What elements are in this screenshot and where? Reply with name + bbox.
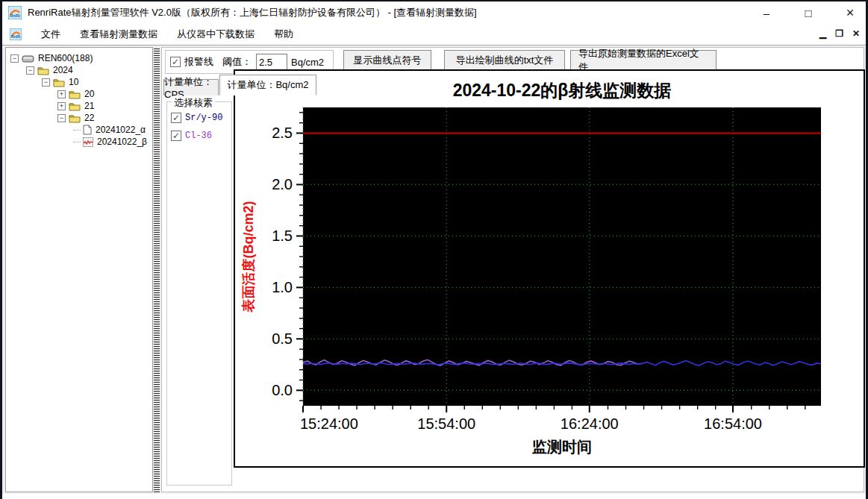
device-icon	[22, 54, 34, 63]
chart-panel: 0.00.51.01.52.02.515:24:0015:54:0016:24:…	[234, 69, 865, 468]
tree-node-20241022-β[interactable]: 20241022_β	[6, 136, 152, 148]
folder-icon	[69, 101, 81, 111]
x-tick-label: 16:24:00	[561, 415, 619, 432]
folder-icon	[37, 66, 49, 75]
tree-node-label: 20241022_α	[96, 125, 146, 135]
title-bar: RnRi RenriRate辐射剂量管理软件 V2.0版（版权所有：上海仁日辐射…	[2, 1, 866, 24]
export-txt-button[interactable]: 导出绘制曲线的txt文件	[444, 50, 565, 71]
tree-collapse-icon[interactable]: −	[10, 54, 19, 63]
x-axis-title: 监测时间	[532, 439, 592, 455]
tree-collapse-icon[interactable]: −	[26, 66, 34, 75]
plot-area	[303, 107, 821, 406]
tree-collapse-icon[interactable]: −	[57, 114, 66, 122]
show-curve-symbols-button[interactable]: 显示曲线点符号	[343, 50, 431, 71]
y-tick-label: 1.5	[272, 227, 293, 244]
menu-item-help[interactable]: 帮助	[274, 28, 293, 41]
minimize-button[interactable]: –	[758, 7, 775, 19]
tree-node-label: 20241022_β	[97, 136, 147, 147]
nuclide-group-title: 选择核素	[172, 96, 215, 110]
mdi-restore-button[interactable]: ❐	[835, 28, 843, 39]
folder-icon	[53, 78, 65, 87]
svg-text:RnRi: RnRi	[11, 34, 21, 39]
svg-text:RnRi: RnRi	[10, 13, 20, 18]
folder-icon	[69, 113, 81, 123]
mdi-child-icon: RnRi	[10, 28, 22, 40]
splitter-handle[interactable]	[154, 47, 160, 492]
tab-unit-cps[interactable]: 计量单位：CPS	[163, 79, 219, 95]
tree-connector	[73, 142, 81, 142]
tree-collapse-icon[interactable]: −	[42, 78, 50, 87]
nuclide-group: 选择核素 ✓ Sr/y-90 ✓ Cl-36	[166, 101, 232, 486]
device-tree-panel: −REN600(188)−2024−10+20+21−2220241022_α2…	[5, 47, 153, 492]
y-tick-label: 2.0	[272, 176, 293, 192]
tree-node-label: REN600(188)	[38, 53, 93, 63]
y-tick-label: 1.0	[272, 279, 293, 295]
alarm-line-label: 报警线	[184, 55, 213, 69]
y-tick-label: 0.0	[272, 382, 293, 398]
threshold-label: 阈值：	[222, 55, 252, 69]
x-tick-label: 16:54:00	[704, 415, 762, 432]
y-axis-title: 表面活度(Bq/cm2)	[241, 201, 256, 313]
tree-node-20[interactable]: +20	[6, 88, 152, 100]
menu-bar: RnRi 文件 查看辐射测量数据 从仪器中下载数据 帮助	[2, 24, 866, 45]
threshold-unit-label: Bq/cm2	[291, 57, 324, 68]
threshold-input[interactable]	[256, 54, 287, 70]
tree-node-label: 20	[84, 89, 94, 99]
nuclide-checkbox-cl36[interactable]: ✓	[171, 131, 181, 141]
tree-connector	[73, 130, 81, 131]
tree-node-ren600-188-[interactable]: −REN600(188)	[6, 52, 152, 64]
tree-node-21[interactable]: +21	[6, 100, 152, 112]
app-window: RnRi RenriRate辐射剂量管理软件 V2.0版（版权所有：上海仁日辐射…	[0, 0, 868, 499]
chart-icon	[83, 137, 93, 147]
nuclide-label-sr90: Sr/y-90	[185, 113, 222, 123]
y-tick-label: 2.5	[272, 125, 293, 141]
beta-monitoring-chart: 0.00.51.01.52.02.515:24:0015:54:0016:24:…	[235, 71, 864, 466]
tree-expand-icon[interactable]: +	[57, 102, 66, 110]
x-tick-label: 15:24:00	[300, 415, 358, 432]
nuclide-row-cl36: ✓ Cl-36	[171, 131, 231, 141]
client-area: −REN600(188)−2024−10+20+21−2220241022_α2…	[2, 45, 866, 494]
mdi-minimize-button[interactable]: ▁	[819, 28, 826, 39]
measurement-view-panel: ✓ 报警线 阈值： Bq/cm2 显示曲线点符号 导出绘制曲线的txt文件 导出…	[161, 47, 864, 492]
folder-icon	[69, 90, 81, 99]
tree-node-20241022-α[interactable]: 20241022_α	[6, 124, 152, 136]
menu-item-file[interactable]: 文件	[41, 28, 60, 41]
menu-item-view-data[interactable]: 查看辐射测量数据	[80, 28, 157, 41]
x-tick-label: 15:54:00	[417, 415, 475, 432]
tree-expand-icon[interactable]: +	[57, 90, 66, 98]
nuclide-checkbox-sr90[interactable]: ✓	[171, 113, 181, 123]
nuclide-row-sr90: ✓ Sr/y-90	[171, 113, 231, 123]
doc-icon	[83, 125, 92, 135]
maximize-button[interactable]: □	[800, 7, 817, 19]
alarm-line-checkbox[interactable]: ✓	[170, 57, 181, 67]
y-tick-label: 0.5	[272, 330, 293, 347]
tree-node-2024[interactable]: −2024	[6, 64, 152, 76]
chart-title: 2024-10-22的β射线监测数据	[453, 81, 672, 100]
tree-node-10[interactable]: −10	[6, 76, 152, 88]
window-title: RenriRate辐射剂量管理软件 V2.0版（版权所有：上海仁日辐射防护设备有…	[28, 6, 477, 19]
menu-item-download[interactable]: 从仪器中下载数据	[177, 28, 255, 41]
nuclide-label-cl36: Cl-36	[185, 131, 212, 141]
app-logo-icon: RnRi	[8, 6, 22, 19]
tree-node-label: 22	[84, 113, 94, 123]
close-button[interactable]: ×	[842, 5, 858, 21]
tree-node-label: 2024	[53, 65, 73, 75]
tree-node-22[interactable]: −22	[6, 112, 152, 124]
mdi-close-button[interactable]: ✕	[852, 28, 860, 39]
tree-node-label: 10	[69, 77, 78, 87]
tree-node-label: 21	[84, 101, 94, 111]
tab-unit-bqcm2[interactable]: 计量单位：Bq/cm2	[219, 75, 316, 95]
export-excel-button[interactable]: 导出原始测量数据的Excel文件	[570, 50, 716, 71]
